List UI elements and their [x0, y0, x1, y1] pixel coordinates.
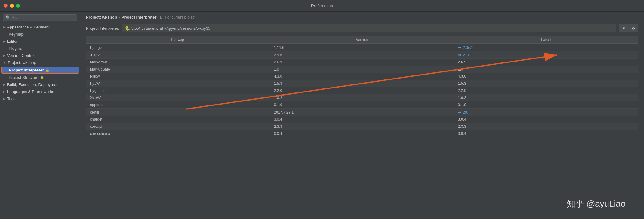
cell-package: coreapi: [86, 123, 270, 130]
cell-package: appnope: [86, 101, 270, 108]
cell-latest: ➡20…: [454, 109, 638, 116]
python-icon: 🐍: [125, 26, 130, 31]
table-header: Package Version Latest: [86, 36, 638, 44]
cell-package: MarkupSafe: [86, 66, 270, 73]
chevron-right-icon: ▶: [3, 83, 6, 86]
breadcrumb: Project: wkshop › Project Interpreter 🗒 …: [80, 12, 644, 22]
table-row: Pillow4.3.04.3.0: [86, 73, 638, 80]
interpreter-select[interactable]: 🐍 3.5.4 virtualenv at ~/.pyenv/versions/…: [122, 24, 616, 32]
update-arrow-icon: ➡: [458, 45, 461, 50]
cell-version: 2017.7.27.1: [270, 109, 454, 116]
sidebar-item-appearance[interactable]: ▶ Appearance & Behavior: [0, 24, 80, 31]
table-row: XlsxWriter1.0.21.0.2: [86, 94, 638, 101]
chevron-right-icon: ▶: [3, 54, 6, 57]
interpreter-actions: ▼ ⚙: [619, 24, 638, 32]
update-arrow-icon: ➡: [458, 110, 461, 114]
sidebar-item-project-wkshop[interactable]: ▼ Project: wkshop: [0, 59, 80, 66]
breadcrumb-page: Project Interpreter: [122, 15, 157, 19]
table-row: Jinja22.9.6➡2.10: [86, 51, 638, 59]
sidebar-section: ▶ Appearance & Behavior Keymap ▶ Editor …: [0, 24, 80, 102]
cell-package: XlsxWriter: [86, 94, 270, 101]
column-latest: Latest: [454, 36, 638, 43]
column-package: Package: [86, 36, 270, 43]
cell-version: 3.0.4: [270, 116, 454, 123]
sidebar: 🔍 ▶ Appearance & Behavior Keymap ▶ Edito…: [0, 12, 80, 219]
sidebar-item-build-execution[interactable]: ▶ Build, Execution, Deployment: [0, 81, 80, 88]
interpreter-value: 3.5.4 virtualenv at ~/.pyenv/versions/wk…: [131, 26, 210, 31]
search-input[interactable]: [12, 15, 75, 20]
table-row: Django1.11.6➡2.0rc1: [86, 44, 638, 51]
sidebar-item-plugins[interactable]: Plugins: [0, 45, 80, 52]
minimize-button[interactable]: [10, 4, 14, 8]
cell-version: 1.5.3: [270, 80, 454, 87]
cell-latest: 2.6.9: [454, 59, 638, 66]
gear-icon: ⚙: [632, 26, 635, 31]
cell-latest: 0.0.4: [454, 130, 638, 137]
sidebar-item-languages-frameworks[interactable]: ▶ Languages & Frameworks: [0, 88, 80, 95]
cell-latest: 2.3.3: [454, 123, 638, 130]
cell-package: Markdown: [86, 59, 270, 66]
chevron-right-icon: ▶: [3, 40, 6, 43]
cell-latest: 3.0.4: [454, 116, 638, 123]
cell-latest: 1.0: [454, 66, 638, 73]
sidebar-item-project-interpreter[interactable]: Project Interpreter 🔒: [1, 67, 79, 74]
breadcrumb-tag-icon: 🗒: [160, 15, 163, 19]
sidebar-item-version-control[interactable]: ▶ Version Control: [0, 52, 80, 59]
lock-icon: 🔒: [45, 68, 49, 72]
cell-package: Pygments: [86, 87, 270, 94]
chevron-right-icon: ▶: [3, 25, 6, 29]
table-row: chardet3.0.43.0.4: [86, 116, 638, 123]
cell-package: Jinja2: [86, 51, 270, 58]
table-body: Django1.11.6➡2.0rc1Jinja22.9.6➡2.10Markd…: [86, 44, 638, 137]
table-row: certifi2017.7.27.1➡20…: [86, 109, 638, 116]
cell-package: chardet: [86, 116, 270, 123]
main-layout: 🔍 ▶ Appearance & Behavior Keymap ▶ Edito…: [0, 12, 644, 219]
breadcrumb-tag-text: For current project: [165, 15, 195, 19]
breadcrumb-project: Project: wkshop: [86, 15, 117, 19]
column-version: Version: [270, 36, 454, 43]
close-button[interactable]: [4, 4, 8, 8]
chevron-down-icon: ▼: [622, 26, 626, 31]
cell-version: 0.0.4: [270, 130, 454, 137]
cell-version: 1.11.6: [270, 44, 454, 51]
search-icon: 🔍: [6, 15, 10, 20]
maximize-button[interactable]: [16, 4, 20, 8]
cell-version: 2.3.3: [270, 123, 454, 130]
content-area: Project: wkshop › Project Interpreter 🗒 …: [80, 12, 644, 219]
breadcrumb-separator: ›: [118, 15, 120, 19]
table-row: Markdown2.6.92.6.9: [86, 59, 638, 66]
cell-package: coreschema: [86, 130, 270, 137]
cell-version: 1.0: [270, 66, 454, 73]
cell-version: 2.6.9: [270, 59, 454, 66]
cell-latest: ➡2.10: [454, 51, 638, 58]
sidebar-item-tools[interactable]: ▶ Tools: [0, 95, 80, 102]
interpreter-row: Project Interpreter: 🐍 3.5.4 virtualenv …: [80, 22, 644, 36]
window-controls: [4, 4, 20, 8]
sidebar-item-keymap[interactable]: Keymap: [0, 31, 80, 38]
interpreter-dropdown-button[interactable]: ▼: [619, 24, 629, 32]
interpreter-settings-button[interactable]: ⚙: [629, 24, 638, 32]
table-row: Pygments2.2.02.2.0: [86, 87, 638, 94]
cell-latest: 2.2.0: [454, 87, 638, 94]
packages-table: Package Version Latest Django1.11.6➡2.0r…: [86, 36, 638, 219]
cell-latest: 0.1.0: [454, 101, 638, 108]
search-box[interactable]: 🔍: [3, 14, 77, 21]
content-wrapper: Project: wkshop › Project Interpreter 🗒 …: [80, 12, 644, 219]
cell-version: 2.2.0: [270, 87, 454, 94]
window-title: Preferences: [311, 3, 333, 8]
interpreter-label: Project Interpreter:: [86, 26, 119, 31]
cell-package: certifi: [86, 109, 270, 116]
sidebar-item-project-structure[interactable]: Project Structure 🔒: [0, 74, 80, 81]
table-row: coreapi2.3.32.3.3: [86, 123, 638, 130]
cell-version: 0.1.0: [270, 101, 454, 108]
cell-latest: 1.0.2: [454, 94, 638, 101]
cell-package: Django: [86, 44, 270, 51]
sidebar-item-editor[interactable]: ▶ Editor: [0, 38, 80, 45]
cell-latest: 1.5.3: [454, 80, 638, 87]
table-row: coreschema0.0.40.0.4: [86, 130, 638, 137]
cell-version: 2.9.6: [270, 51, 454, 58]
chevron-right-icon: ▶: [3, 90, 6, 93]
cell-version: 4.3.0: [270, 73, 454, 80]
chevron-right-icon: ▶: [3, 97, 6, 101]
cell-package: PyJWT: [86, 80, 270, 87]
